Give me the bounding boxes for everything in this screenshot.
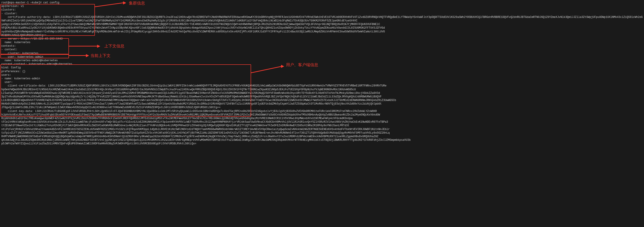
config-line: LL0JBSXdBREFmQmdOVkhTTUVHREFWZ0JSYUhMZ3d… bbox=[1, 99, 643, 102]
config-line: client-certificate-data: LS0tLS1CRUdJTiB… bbox=[1, 84, 643, 88]
config-line: current-context: kubernetes-admin@kubern… bbox=[1, 62, 643, 66]
terminal-view: root@ops-master-1 ~kube]# cat config api… bbox=[0, 0, 644, 227]
config-line: tYZEUWtGT3NweVZEelhtYzJUWXo2TnhyVEhORjF1… bbox=[1, 124, 643, 127]
config-line: server: https://10.220.43.203:6443 bbox=[1, 37, 643, 41]
label-users: 用户、客户端信息 bbox=[286, 62, 318, 67]
config-line: apiVersion: v1 bbox=[1, 4, 643, 8]
config-line: name: kubernetes bbox=[1, 41, 643, 44]
config-line: client-key-data: LS0tLS1CRUdJTiBSU0EgUFJ… bbox=[1, 109, 643, 113]
label-current-context: 当前上下文 bbox=[90, 53, 110, 58]
config-line: - context: bbox=[1, 48, 643, 51]
config-line: p5JWFh2aYWXYZ1QvalliViFla25aZU1l4MGVIQkF… bbox=[1, 142, 643, 145]
label-cluster: 集群信息 bbox=[129, 0, 145, 6]
config-line: - name: kubernetes-admin bbox=[1, 77, 643, 80]
config-line: VWFsNVZIeU1rU05jbHd3NlpQVOpIMGhmSUZiblIV… bbox=[1, 19, 643, 22]
prompt-line: root@ops-master-1 ~kube]# cat config bbox=[1, 1, 643, 4]
config-line: xydVkKbnZQRnVNeWpmdEhoNmVrY2x6VWptcGRtRF… bbox=[1, 30, 643, 33]
config-line: - cluster: bbox=[1, 12, 643, 15]
config-line: tcFpivZLFTjNCZUNRbU3CnZZUW1mSGd1ZmxnRm9R… bbox=[1, 131, 643, 135]
config-line: tFCelV4RkVzWUg5anRtcmx1SUVSXckVocNkJZklL… bbox=[1, 120, 643, 124]
config-line: hpGekFWQmd0VKJBb1REbk41YzN5bGJUcHRZWE4wW… bbox=[1, 88, 643, 91]
config-line: ntLPzFaVjRhNlFx50Vud1Nha2tXamd4dDZvVFZJe… bbox=[1, 128, 643, 131]
config-line: kind: Config bbox=[1, 66, 643, 69]
config-line: L2Iwd1pLPUU1WRFRrbXVaNApEbG5KOEhwdzJQTWR… bbox=[1, 91, 643, 95]
config-line: yaHgzckV5MDk3eHU5YzlVQVh0UVlxSXpTWTFLdTk… bbox=[1, 22, 643, 26]
config-line: contexts: bbox=[1, 44, 643, 48]
config-line: qXcbmJwQjhiL3duR2Z5Qmk0RlRyb1NGcjlRb01oe… bbox=[1, 138, 643, 142]
config-line: VFQCMytBSitEa0Rha1IyOGJtYi9jbDA5WGtBQm0x… bbox=[1, 26, 643, 30]
config-line: 3p1TnRvdGdHaW1MYXkzOXVwR25wMKNKdm1QQVNQc… bbox=[1, 95, 643, 99]
config-line: R4MTVNWHRjWWERNNG1NTDdEeFV3MUdhQXhQQlBQd… bbox=[1, 135, 643, 138]
label-context: 上下文信息 bbox=[104, 43, 124, 49]
config-line: preferences: {} bbox=[1, 70, 643, 73]
config-line: RzpGhUbGh1aDlFSklTREoKamgwc0pUWEF4ZUlwN2… bbox=[1, 117, 643, 120]
config-line: JTGgvQ21ibWVtcDBLZ3hLT2sKclNTWHpmUlI2WUt… bbox=[1, 106, 643, 109]
config-line: certificate-authority-data: LS0tLS1CRUdJ… bbox=[1, 15, 643, 19]
config-line: RCBDRVJUSUZJQ0FURS0tLS0tCg== bbox=[1, 33, 643, 37]
config-line: name: kubernetes-admin@kubernetes bbox=[1, 59, 643, 62]
config-line: clusters: bbox=[1, 8, 643, 12]
config-line: user: bbox=[1, 80, 643, 84]
config-line: HkKb0t3WU0vbXp5b1I4N0JUNHc4L21lK2NORTIya… bbox=[1, 102, 643, 106]
config-line: users: bbox=[1, 73, 643, 77]
config-output: apiVersion: v1clusters:- cluster: certif… bbox=[1, 4, 643, 145]
config-line: hJpVnVuVExLNkYxckKzcFY2TjhudXFqbUJDcm5EY… bbox=[1, 113, 643, 117]
